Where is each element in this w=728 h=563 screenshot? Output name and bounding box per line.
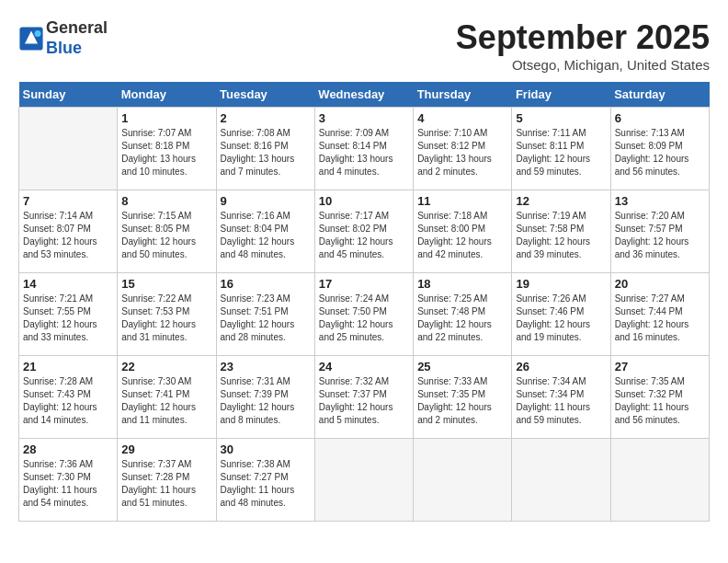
calendar-cell: 9Sunrise: 7:16 AM Sunset: 8:04 PM Daylig… (216, 190, 314, 273)
day-info: Sunrise: 7:27 AM Sunset: 7:44 PM Dayligh… (615, 293, 705, 344)
day-number: 8 (121, 194, 211, 208)
day-number: 21 (23, 360, 113, 373)
week-row-5: 28Sunrise: 7:36 AM Sunset: 7:30 PM Dayli… (19, 439, 710, 522)
day-info: Sunrise: 7:15 AM Sunset: 8:05 PM Dayligh… (121, 210, 211, 261)
day-number: 2 (221, 111, 311, 125)
day-info: Sunrise: 7:16 AM Sunset: 8:04 PM Dayligh… (221, 210, 311, 261)
calendar-cell: 8Sunrise: 7:15 AM Sunset: 8:05 PM Daylig… (118, 190, 216, 273)
day-info: Sunrise: 7:18 AM Sunset: 8:00 PM Dayligh… (417, 210, 507, 261)
day-info: Sunrise: 7:30 AM Sunset: 7:41 PM Dayligh… (121, 375, 211, 427)
calendar-header-friday: Friday (512, 82, 610, 108)
day-number: 22 (121, 360, 211, 373)
calendar-cell: 7Sunrise: 7:14 AM Sunset: 8:07 PM Daylig… (19, 190, 118, 273)
day-info: Sunrise: 7:35 AM Sunset: 7:32 PM Dayligh… (615, 375, 705, 427)
week-row-1: 1Sunrise: 7:07 AM Sunset: 8:18 PM Daylig… (19, 108, 710, 190)
calendar-header-tuesday: Tuesday (216, 82, 314, 108)
calendar-header-monday: Monday (118, 82, 216, 108)
day-number: 29 (121, 442, 211, 456)
week-row-3: 14Sunrise: 7:21 AM Sunset: 7:55 PM Dayli… (19, 273, 710, 356)
calendar-cell: 5Sunrise: 7:11 AM Sunset: 8:11 PM Daylig… (512, 108, 610, 190)
logo-text: General Blue (46, 18, 108, 58)
day-number: 17 (319, 277, 409, 291)
day-info: Sunrise: 7:19 AM Sunset: 7:58 PM Dayligh… (516, 210, 606, 261)
calendar-cell: 23Sunrise: 7:31 AM Sunset: 7:39 PM Dayli… (216, 356, 314, 439)
day-info: Sunrise: 7:13 AM Sunset: 8:09 PM Dayligh… (615, 127, 705, 178)
day-info: Sunrise: 7:07 AM Sunset: 8:18 PM Dayligh… (121, 127, 211, 178)
calendar-cell (512, 439, 610, 522)
day-number: 1 (121, 111, 211, 125)
calendar-cell: 20Sunrise: 7:27 AM Sunset: 7:44 PM Dayli… (610, 273, 709, 356)
day-number: 18 (417, 277, 507, 291)
calendar-cell (19, 108, 118, 190)
day-info: Sunrise: 7:09 AM Sunset: 8:14 PM Dayligh… (319, 127, 409, 178)
day-number: 11 (417, 194, 507, 208)
day-info: Sunrise: 7:14 AM Sunset: 8:07 PM Dayligh… (23, 210, 113, 261)
calendar-cell: 15Sunrise: 7:22 AM Sunset: 7:53 PM Dayli… (118, 273, 216, 356)
day-info: Sunrise: 7:38 AM Sunset: 7:27 PM Dayligh… (221, 458, 311, 510)
day-info: Sunrise: 7:10 AM Sunset: 8:12 PM Dayligh… (417, 127, 507, 178)
day-number: 23 (221, 360, 311, 373)
day-info: Sunrise: 7:23 AM Sunset: 7:51 PM Dayligh… (221, 293, 311, 344)
day-info: Sunrise: 7:24 AM Sunset: 7:50 PM Dayligh… (319, 293, 409, 344)
calendar-cell: 13Sunrise: 7:20 AM Sunset: 7:57 PM Dayli… (610, 190, 709, 273)
calendar-cell: 14Sunrise: 7:21 AM Sunset: 7:55 PM Dayli… (19, 273, 118, 356)
day-number: 25 (417, 360, 507, 373)
day-number: 19 (516, 277, 606, 291)
day-number: 6 (615, 111, 705, 125)
calendar-cell: 28Sunrise: 7:36 AM Sunset: 7:30 PM Dayli… (19, 439, 118, 522)
day-number: 12 (516, 194, 606, 208)
calendar-header-wednesday: Wednesday (314, 82, 413, 108)
calendar-cell (610, 439, 709, 522)
day-number: 10 (319, 194, 409, 208)
calendar-cell: 4Sunrise: 7:10 AM Sunset: 8:12 PM Daylig… (414, 108, 512, 190)
day-number: 3 (319, 111, 409, 125)
calendar-cell: 27Sunrise: 7:35 AM Sunset: 7:32 PM Dayli… (610, 356, 709, 439)
day-number: 7 (23, 194, 113, 208)
day-number: 14 (23, 277, 113, 291)
calendar-cell: 19Sunrise: 7:26 AM Sunset: 7:46 PM Dayli… (512, 273, 610, 356)
calendar-cell: 21Sunrise: 7:28 AM Sunset: 7:43 PM Dayli… (19, 356, 118, 439)
day-number: 9 (221, 194, 311, 208)
calendar-cell: 17Sunrise: 7:24 AM Sunset: 7:50 PM Dayli… (314, 273, 413, 356)
calendar-cell: 25Sunrise: 7:33 AM Sunset: 7:35 PM Dayli… (414, 356, 512, 439)
day-info: Sunrise: 7:08 AM Sunset: 8:16 PM Dayligh… (221, 127, 311, 178)
calendar-cell (314, 439, 413, 522)
day-info: Sunrise: 7:28 AM Sunset: 7:43 PM Dayligh… (23, 375, 113, 427)
svg-point-2 (35, 29, 41, 36)
location: Otsego, Michigan, United States (456, 57, 710, 73)
calendar-table: SundayMondayTuesdayWednesdayThursdayFrid… (18, 82, 710, 522)
day-info: Sunrise: 7:31 AM Sunset: 7:39 PM Dayligh… (221, 375, 311, 427)
day-number: 13 (615, 194, 705, 208)
day-number: 16 (221, 277, 311, 291)
day-info: Sunrise: 7:33 AM Sunset: 7:35 PM Dayligh… (417, 375, 507, 427)
day-number: 4 (417, 111, 507, 125)
day-info: Sunrise: 7:20 AM Sunset: 7:57 PM Dayligh… (615, 210, 705, 261)
day-number: 5 (516, 111, 606, 125)
calendar-header-sunday: Sunday (19, 82, 118, 108)
week-row-2: 7Sunrise: 7:14 AM Sunset: 8:07 PM Daylig… (19, 190, 710, 273)
day-info: Sunrise: 7:25 AM Sunset: 7:48 PM Dayligh… (417, 293, 507, 344)
day-info: Sunrise: 7:22 AM Sunset: 7:53 PM Dayligh… (121, 293, 211, 344)
calendar-cell: 12Sunrise: 7:19 AM Sunset: 7:58 PM Dayli… (512, 190, 610, 273)
day-info: Sunrise: 7:34 AM Sunset: 7:34 PM Dayligh… (516, 375, 606, 427)
month-title: September 2025 (456, 18, 710, 57)
day-number: 24 (319, 360, 409, 373)
calendar-cell: 1Sunrise: 7:07 AM Sunset: 8:18 PM Daylig… (118, 108, 216, 190)
week-row-4: 21Sunrise: 7:28 AM Sunset: 7:43 PM Dayli… (19, 356, 710, 439)
day-info: Sunrise: 7:37 AM Sunset: 7:28 PM Dayligh… (121, 458, 211, 510)
day-number: 28 (23, 442, 113, 456)
calendar-cell: 11Sunrise: 7:18 AM Sunset: 8:00 PM Dayli… (414, 190, 512, 273)
calendar-cell: 26Sunrise: 7:34 AM Sunset: 7:34 PM Dayli… (512, 356, 610, 439)
calendar-cell: 3Sunrise: 7:09 AM Sunset: 8:14 PM Daylig… (314, 108, 413, 190)
calendar-header-saturday: Saturday (610, 82, 709, 108)
logo-icon (18, 26, 44, 52)
day-number: 15 (121, 277, 211, 291)
calendar-cell: 2Sunrise: 7:08 AM Sunset: 8:16 PM Daylig… (216, 108, 314, 190)
logo: General Blue (18, 18, 108, 58)
day-number: 20 (615, 277, 705, 291)
calendar-cell (414, 439, 512, 522)
day-number: 27 (615, 360, 705, 373)
calendar-cell: 18Sunrise: 7:25 AM Sunset: 7:48 PM Dayli… (414, 273, 512, 356)
day-info: Sunrise: 7:32 AM Sunset: 7:37 PM Dayligh… (319, 375, 409, 427)
page-header: General Blue September 2025 Otsego, Mich… (18, 18, 710, 73)
